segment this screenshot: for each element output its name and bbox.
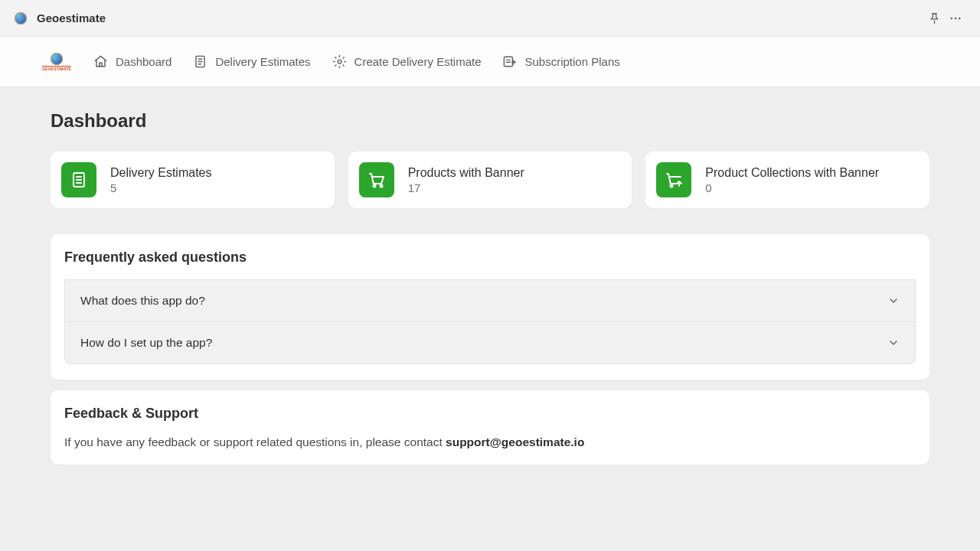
svg-point-2 xyxy=(959,17,961,19)
home-icon xyxy=(93,54,108,69)
nav-dashboard[interactable]: Dashboard xyxy=(93,54,172,69)
stat-value: 0 xyxy=(705,181,879,194)
stats-row: Delivery Estimates 5 Products with Banne… xyxy=(51,152,929,208)
svg-point-4 xyxy=(338,60,341,64)
main-content: Dashboard Delivery Estimates 5 Products … xyxy=(0,87,980,498)
gear-icon xyxy=(332,54,347,69)
chevron-down-icon xyxy=(887,337,900,349)
svg-point-1 xyxy=(955,17,957,19)
chevron-down-icon xyxy=(887,295,900,307)
support-text: If you have any feedback or support rela… xyxy=(64,435,916,449)
cart-up-icon xyxy=(656,162,691,197)
faq-question: What does this app do? xyxy=(80,294,205,308)
faq-panel: Frequently asked questions What does thi… xyxy=(51,234,929,380)
nav-delivery-estimates[interactable]: Delivery Estimates xyxy=(193,54,310,69)
brand-logo[interactable]: GEOESTIMATE xyxy=(46,51,67,73)
brand-logo-text: GEOESTIMATE xyxy=(42,66,71,71)
faq-title: Frequently asked questions xyxy=(64,249,916,266)
faq-item[interactable]: How do I set up the app? xyxy=(64,322,916,364)
support-email[interactable]: support@geoestimate.io xyxy=(446,435,584,448)
svg-point-7 xyxy=(373,185,375,187)
nav-label: Delivery Estimates xyxy=(215,55,310,68)
stat-label: Products with Banner xyxy=(408,166,524,180)
nav-create-delivery-estimate[interactable]: Create Delivery Estimate xyxy=(332,54,482,69)
page-title: Dashboard xyxy=(51,110,929,132)
pin-button[interactable] xyxy=(923,8,945,29)
globe-icon xyxy=(51,53,63,65)
faq-question: How do I set up the app? xyxy=(80,336,212,350)
nav-label: Dashboard xyxy=(116,55,172,68)
app-logo-icon xyxy=(14,11,28,25)
faq-item[interactable]: What does this app do? xyxy=(64,279,916,322)
document-list-icon xyxy=(61,162,96,197)
support-title: Feedback & Support xyxy=(64,406,916,422)
svg-point-9 xyxy=(671,185,673,187)
stat-value: 5 xyxy=(110,181,211,194)
cart-icon xyxy=(359,162,394,197)
svg-rect-5 xyxy=(505,57,513,67)
document-icon xyxy=(193,54,207,69)
stat-label: Product Collections with Banner xyxy=(705,166,879,180)
main-nav: GEOESTIMATE Dashboard Delivery Estimates… xyxy=(0,37,980,87)
stat-card-collections-with-banner[interactable]: Product Collections with Banner 0 xyxy=(645,152,929,208)
stat-value: 17 xyxy=(408,181,524,194)
stat-card-delivery-estimates[interactable]: Delivery Estimates 5 xyxy=(51,152,335,208)
support-panel: Feedback & Support If you have any feedb… xyxy=(51,390,929,465)
more-button[interactable] xyxy=(945,8,966,29)
svg-point-8 xyxy=(380,185,382,187)
svg-point-0 xyxy=(950,17,952,19)
support-text-prefix: If you have any feedback or support rela… xyxy=(64,435,446,448)
subscription-icon xyxy=(502,54,517,69)
more-horizontal-icon xyxy=(949,11,962,25)
nav-subscription-plans[interactable]: Subscription Plans xyxy=(502,54,619,69)
nav-label: Subscription Plans xyxy=(524,55,619,68)
stat-card-products-with-banner[interactable]: Products with Banner 17 xyxy=(348,152,632,208)
app-title: Geoestimate xyxy=(37,11,106,24)
pin-icon xyxy=(928,11,941,24)
app-topbar: Geoestimate xyxy=(0,0,980,37)
nav-label: Create Delivery Estimate xyxy=(354,55,482,68)
stat-label: Delivery Estimates xyxy=(110,166,211,180)
